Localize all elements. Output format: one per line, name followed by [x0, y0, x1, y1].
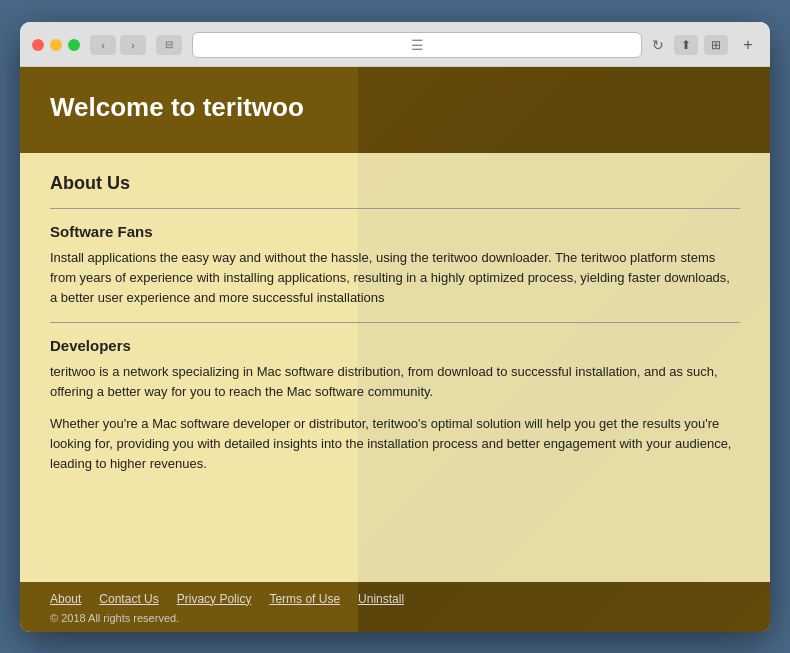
footer-link-about[interactable]: About: [50, 592, 81, 606]
developers-text-2: Whether you're a Mac software developer …: [50, 414, 740, 474]
page-content: Welcome to teritwoo About Us Software Fa…: [20, 67, 770, 632]
back-button[interactable]: ‹: [90, 35, 116, 55]
hamburger-icon: ☰: [411, 37, 424, 53]
developers-title: Developers: [50, 337, 740, 354]
hero-section: Welcome to teritwoo: [20, 67, 770, 153]
footer-link-privacy[interactable]: Privacy Policy: [177, 592, 252, 606]
copyright-text: © 2018 All rights reserved.: [50, 612, 740, 624]
tab-icon[interactable]: ⊞: [704, 35, 728, 55]
close-button[interactable]: [32, 39, 44, 51]
main-content: About Us Software Fans Install applicati…: [20, 153, 770, 582]
software-fans-title: Software Fans: [50, 223, 740, 240]
divider-2: [50, 322, 740, 323]
content-wrapper: Welcome to teritwoo About Us Software Fa…: [20, 67, 770, 632]
footer: About Contact Us Privacy Policy Terms of…: [20, 582, 770, 632]
reader-view-button[interactable]: ⊟: [156, 35, 182, 55]
toolbar-right: ⬆ ⊞: [674, 35, 728, 55]
developers-text-1: teritwoo is a network specializing in Ma…: [50, 362, 740, 402]
about-us-title: About Us: [50, 173, 740, 194]
browser-window: ‹ › ⊟ ☰ ↻ ⬆ ⊞ + Welcome to teritwoo Abou…: [20, 22, 770, 632]
add-tab-button[interactable]: +: [738, 35, 758, 55]
hero-title: Welcome to teritwoo: [50, 92, 740, 123]
forward-button[interactable]: ›: [120, 35, 146, 55]
footer-link-contact[interactable]: Contact Us: [99, 592, 158, 606]
software-fans-text: Install applications the easy way and wi…: [50, 248, 740, 308]
maximize-button[interactable]: [68, 39, 80, 51]
traffic-lights: [32, 39, 80, 51]
nav-buttons: ‹ ›: [90, 35, 146, 55]
browser-chrome: ‹ › ⊟ ☰ ↻ ⬆ ⊞ +: [20, 22, 770, 67]
reload-icon[interactable]: ↻: [652, 37, 664, 53]
divider-1: [50, 208, 740, 209]
address-bar[interactable]: ☰: [192, 32, 642, 58]
footer-link-uninstall[interactable]: Uninstall: [358, 592, 404, 606]
share-icon[interactable]: ⬆: [674, 35, 698, 55]
minimize-button[interactable]: [50, 39, 62, 51]
footer-link-terms[interactable]: Terms of Use: [269, 592, 340, 606]
footer-links: About Contact Us Privacy Policy Terms of…: [50, 592, 740, 606]
